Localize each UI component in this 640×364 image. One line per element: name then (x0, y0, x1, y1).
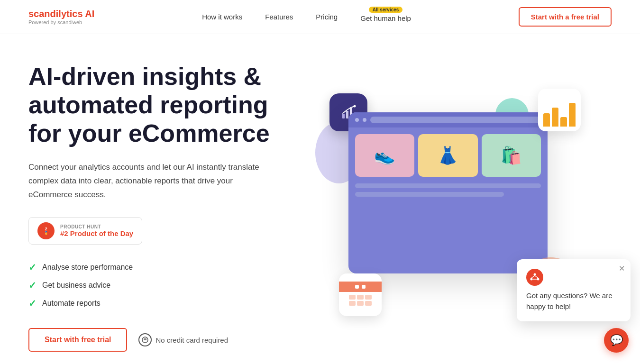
checklist-label-1: Analyse store performance (42, 263, 133, 272)
nav-features[interactable]: Features (265, 13, 293, 21)
chat-close-button[interactable]: ✕ (619, 264, 625, 273)
chat-popup: ✕ Got any questions? We are happy to hel… (517, 259, 631, 321)
nav-cta-button[interactable]: Start with a free trial (519, 7, 612, 27)
chart-bar-3 (560, 117, 567, 127)
svg-point-10 (537, 278, 539, 281)
svg-point-9 (530, 278, 533, 281)
hero-title: AI-driven insights & automated reporting… (28, 63, 294, 147)
cal-cell-5 (357, 301, 364, 306)
cal-cell-3 (365, 295, 372, 300)
no-cc-icon (138, 333, 152, 346)
brand-subtitle: Powered by scandiweb (28, 19, 94, 25)
brand-name: scandilytics AI (28, 9, 94, 19)
product-card-sneaker: 👟 (355, 134, 414, 177)
all-services-badge: All services (369, 7, 403, 13)
bag-icon: 🛍️ (501, 146, 522, 165)
checklist-item-2: ✓ Get business advice (28, 280, 294, 291)
no-credit-card-row: No credit card required (138, 333, 228, 346)
ph-rank-icon: 2 (45, 227, 47, 231)
svg-point-7 (354, 105, 356, 108)
no-cc-text: No credit card required (155, 336, 228, 344)
screen-topbar (348, 112, 548, 127)
main-screen-card: 👟 👗 🛍️ (348, 112, 548, 273)
checklist-label-3: Automate reports (42, 299, 101, 308)
nav-links: How it works Features Pricing All servic… (202, 11, 411, 22)
hero-subtitle: Connect your analytics accounts and let … (28, 161, 275, 202)
checklist: ✓ Analyse store performance ✓ Get busine… (28, 262, 294, 309)
ph-text-wrap: PRODUCT HUNT #2 Product of the Day (60, 224, 133, 237)
screen-dot-2 (363, 118, 366, 122)
calendar-body (346, 292, 375, 309)
nav-services-wrap: All services Get human help (360, 11, 411, 22)
svg-line-11 (531, 276, 535, 278)
checklist-item-3: ✓ Automate reports (28, 298, 294, 309)
cal-dot-2 (362, 285, 366, 289)
product-hunt-badge[interactable]: 2 🏅 PRODUCT HUNT #2 Product of the Day (28, 217, 142, 245)
checklist-label-2: Get business advice (42, 281, 110, 290)
chat-fab[interactable]: 💬 (604, 328, 629, 353)
cal-cell-6 (365, 301, 372, 306)
hero-cta-row: Start with free trial No credit card req… (28, 328, 294, 352)
chat-icon-wrap (526, 269, 543, 286)
nav-how-it-works[interactable]: How it works (202, 13, 242, 21)
svg-rect-4 (342, 114, 345, 118)
product-card-bag: 🛍️ (482, 134, 541, 177)
screen-product-grid: 👟 👗 🛍️ (348, 127, 548, 183)
cal-cell-1 (349, 295, 356, 300)
logo[interactable]: scandilytics AI Powered by scandiweb (28, 9, 94, 25)
calendar-card (339, 273, 382, 316)
screen-url-bar (370, 117, 541, 123)
chat-message: Got any questions? We are happy to help! (526, 291, 621, 312)
svg-line-12 (535, 276, 538, 278)
ph-title: #2 Product of the Day (60, 229, 133, 237)
ph-medal-icon: 🏅 (44, 231, 48, 235)
calendar-top (339, 282, 382, 292)
hero-cta-button[interactable]: Start with free trial (28, 328, 127, 352)
checklist-item-1: ✓ Analyse store performance (28, 262, 294, 273)
sneaker-icon: 👟 (374, 146, 395, 165)
dress-icon: 👗 (437, 146, 458, 165)
product-hunt-icon: 2 🏅 (37, 222, 55, 239)
nav-get-human-help[interactable]: Get human help (360, 11, 411, 22)
screen-bottom-bars (348, 183, 548, 197)
cal-cell-2 (357, 295, 364, 300)
screen-bar-1 (355, 183, 541, 188)
chat-network-icon (530, 273, 539, 282)
chart-bar-2 (552, 108, 558, 127)
chart-bar-4 (569, 103, 576, 127)
chart-card (538, 89, 581, 131)
nav-pricing[interactable]: Pricing (316, 13, 338, 21)
screen-dot-1 (355, 118, 359, 122)
no-cc-svg (142, 337, 148, 343)
calendar-dots (355, 285, 366, 289)
chart-bar-1 (543, 113, 550, 127)
cal-cell-4 (349, 301, 356, 306)
ph-label: PRODUCT HUNT (60, 224, 133, 229)
svg-rect-5 (346, 111, 348, 118)
navbar: scandilytics AI Powered by scandiweb How… (0, 0, 640, 34)
check-icon-2: ✓ (28, 280, 37, 291)
check-icon-3: ✓ (28, 298, 37, 309)
product-card-dress: 👗 (418, 134, 477, 177)
cal-dot-1 (355, 285, 359, 289)
hero-left: AI-driven insights & automated reporting… (28, 63, 294, 352)
svg-point-8 (534, 273, 536, 276)
check-icon-1: ✓ (28, 262, 37, 273)
chat-fab-icon: 💬 (610, 334, 623, 346)
screen-bar-2 (355, 192, 504, 197)
